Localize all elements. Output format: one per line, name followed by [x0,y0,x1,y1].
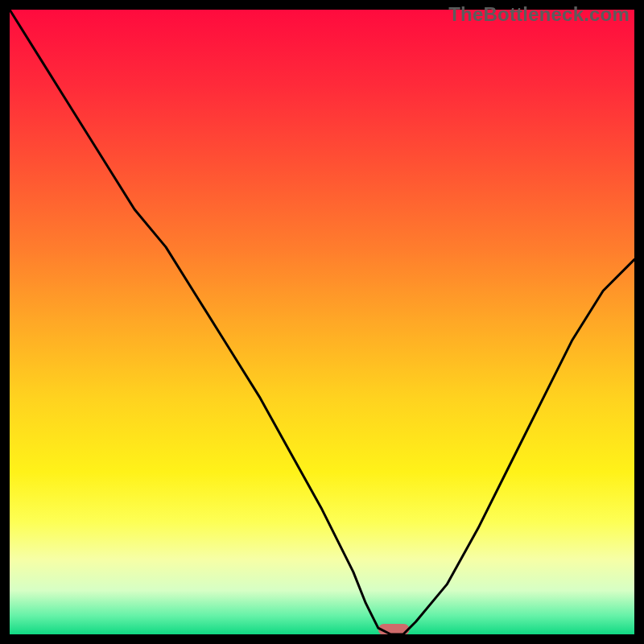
gradient-background [10,10,634,634]
plot-svg [0,0,644,644]
watermark-label: TheBottleneck.com [448,3,630,26]
bottleneck-chart: TheBottleneck.com [0,0,644,644]
